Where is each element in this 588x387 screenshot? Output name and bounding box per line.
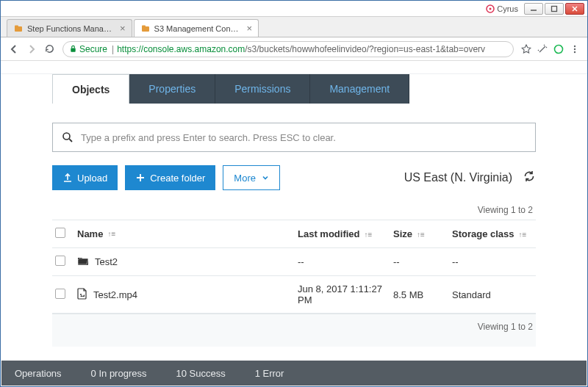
more-button[interactable]: More [223, 165, 280, 190]
svg-rect-7 [15, 25, 18, 27]
svg-rect-3 [552, 6, 557, 11]
search-input[interactable] [81, 132, 526, 143]
svg-point-11 [555, 45, 563, 53]
nav-back-button[interactable] [5, 43, 23, 55]
create-folder-label: Create folder [150, 173, 205, 184]
extension-wand-icon[interactable] [534, 44, 551, 54]
svg-point-17 [80, 294, 82, 295]
svg-point-14 [574, 51, 576, 52]
svg-point-15 [63, 133, 70, 140]
row-class: Standard [452, 289, 533, 300]
extension-circle-icon[interactable] [551, 44, 567, 54]
svg-point-1 [490, 7, 492, 10]
status-success: 10 Success [176, 368, 225, 379]
chevron-down-icon [262, 174, 269, 181]
url-host: https://console.aws.amazon.com [117, 44, 245, 54]
viewing-bottom: Viewing 1 to 2 [52, 314, 536, 347]
table-row[interactable]: Test2 -- -- -- [52, 247, 536, 275]
url-path: /s3/buckets/howwhofeelinvideo/?region=us… [245, 44, 485, 54]
status-operations: Operations [15, 368, 62, 379]
row-class: -- [452, 256, 533, 267]
col-size[interactable]: Size↑≡ [393, 228, 452, 239]
address-bar[interactable]: Secure | https://console.aws.amazon.com/… [62, 41, 514, 57]
status-in-progress: 0 In progress [91, 368, 147, 379]
app-icon [486, 4, 495, 13]
row-modified: Jun 8, 2017 1:11:27 PM [298, 283, 393, 305]
page-header-strip [1, 61, 587, 74]
row-checkbox[interactable] [55, 289, 65, 299]
col-class[interactable]: Storage class↑≡ [452, 228, 533, 239]
svg-rect-9 [142, 25, 146, 27]
tab-title: Step Functions Managem [27, 24, 115, 33]
window-titlebar: Cyrus [1, 1, 587, 17]
window-close-button[interactable] [565, 3, 584, 15]
refresh-icon [523, 170, 536, 183]
folder-icon [77, 256, 89, 268]
status-bar[interactable]: Operations 0 In progress 10 Success 1 Er… [1, 361, 587, 386]
close-tab-icon[interactable]: × [120, 23, 126, 34]
tab-management[interactable]: Management [310, 74, 409, 104]
upload-label: Upload [77, 173, 107, 184]
table-header: Name↑≡ Last modified↑≡ Size↑≡ Storage cl… [52, 220, 536, 247]
window-minimize-button[interactable] [524, 3, 543, 15]
sort-icon: ↑≡ [519, 231, 527, 239]
svg-line-16 [69, 139, 72, 142]
plus-icon [135, 173, 146, 183]
row-size: -- [393, 256, 452, 267]
region-label: US East (N. Virginia) [404, 171, 512, 184]
tab-objects[interactable]: Objects [52, 74, 129, 104]
browser-tab-0[interactable]: Step Functions Managem × [7, 19, 132, 37]
status-error: 1 Error [255, 368, 284, 379]
svg-point-12 [574, 45, 576, 46]
col-name[interactable]: Name↑≡ [77, 228, 298, 239]
row-modified: -- [298, 256, 393, 267]
row-name: Test2.mp4 [93, 289, 137, 300]
tab-properties[interactable]: Properties [129, 74, 215, 104]
sort-icon: ↑≡ [107, 230, 115, 238]
select-all-checkbox[interactable] [55, 228, 65, 238]
browser-menu-icon[interactable] [567, 44, 583, 54]
create-folder-button[interactable]: Create folder [125, 165, 215, 190]
tab-favicon [140, 23, 151, 34]
viewing-top: Viewing 1 to 2 [52, 200, 536, 220]
row-size: 8.5 MB [393, 289, 452, 300]
action-toolbar: Upload Create folder More US East (N. Vi… [52, 165, 536, 190]
upload-button[interactable]: Upload [52, 165, 118, 190]
svg-point-13 [574, 48, 576, 49]
content-area: Upload Create folder More US East (N. Vi… [1, 104, 587, 347]
window-maximize-button[interactable] [545, 3, 564, 15]
browser-tab-1[interactable]: S3 Management Console × [134, 19, 259, 37]
user-name: Cyrus [497, 4, 518, 13]
window-user-label: Cyrus [486, 4, 518, 13]
s3-tab-nav: Objects Properties Permissions Managemen… [52, 74, 587, 104]
row-checkbox[interactable] [55, 256, 65, 266]
svg-rect-10 [71, 48, 75, 52]
tab-permissions[interactable]: Permissions [215, 74, 310, 104]
refresh-button[interactable] [523, 170, 536, 186]
sort-icon: ↑≡ [365, 231, 373, 239]
more-label: More [234, 173, 256, 184]
nav-forward-button[interactable] [23, 43, 40, 55]
secure-indicator: Secure [69, 44, 107, 54]
close-tab-icon[interactable]: × [247, 23, 253, 34]
table-row[interactable]: Test2.mp4 Jun 8, 2017 1:11:27 PM 8.5 MB … [52, 275, 536, 313]
prefix-search[interactable] [52, 123, 536, 152]
col-modified[interactable]: Last modified↑≡ [298, 228, 393, 239]
sort-icon: ↑≡ [417, 231, 425, 239]
row-name: Test2 [95, 256, 118, 267]
file-icon [77, 288, 87, 302]
secure-label: Secure [79, 44, 107, 54]
upload-icon [62, 173, 73, 183]
lock-icon [69, 45, 77, 53]
browser-toolbar: Secure | https://console.aws.amazon.com/… [1, 37, 587, 61]
tab-title: S3 Management Console [154, 24, 243, 33]
nav-reload-button[interactable] [40, 43, 58, 54]
tab-favicon [13, 23, 24, 34]
search-icon [62, 131, 74, 143]
browser-tabstrip: Step Functions Managem × S3 Management C… [1, 17, 587, 37]
bookmark-icon[interactable] [518, 44, 534, 54]
